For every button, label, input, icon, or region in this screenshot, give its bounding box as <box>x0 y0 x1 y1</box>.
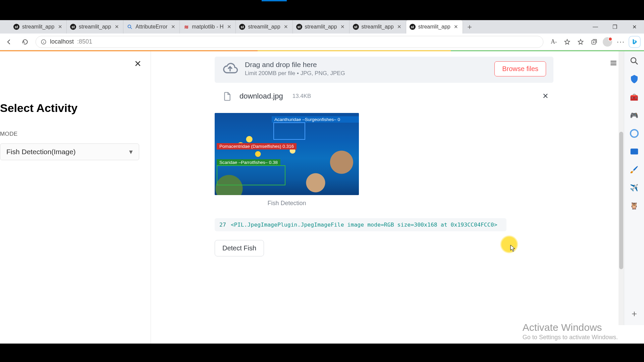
uploader-hint: Limit 200MB per file • JPG, PNG, JPEG <box>245 70 488 77</box>
detection-label-c: Scaridae –Parrotfishes– 0.38 <box>217 159 280 166</box>
streamlit-favicon: st <box>353 24 359 30</box>
tab-5[interactable]: st streamlit_app ✕ <box>293 20 350 34</box>
svg-point-13 <box>631 58 636 63</box>
add-sidebar-icon[interactable]: ＋ <box>629 308 639 318</box>
tab-2[interactable]: AttributeError ✕ <box>123 20 180 34</box>
tab-label: streamlit_app <box>305 24 337 30</box>
new-tab-button[interactable]: ＋ <box>463 20 476 34</box>
file-uploader[interactable]: Drag and drop file here Limit 200MB per … <box>215 57 553 83</box>
debug-number: 27 <box>219 222 226 228</box>
bing-sidebar-button[interactable] <box>629 36 641 48</box>
sidebar-title: Select Activity <box>0 102 151 115</box>
microsoft-icon[interactable] <box>629 128 639 138</box>
svg-line-14 <box>635 62 637 64</box>
tab-label: streamlit_app <box>79 24 111 30</box>
close-tab-icon[interactable]: ✕ <box>283 24 289 30</box>
tools-icon[interactable]: 🧰 <box>629 92 639 102</box>
close-tab-icon[interactable]: ✕ <box>57 24 63 30</box>
drop-icon[interactable]: ✈️ <box>629 183 639 193</box>
close-tab-icon[interactable]: ✕ <box>340 24 346 30</box>
tab-label: AttributeError <box>136 24 167 30</box>
detection-box-c <box>217 165 285 185</box>
url-input[interactable]: localhost:8501 <box>36 36 543 48</box>
cloud-upload-icon <box>222 61 238 77</box>
shopping-icon[interactable] <box>629 74 639 84</box>
svg-rect-16 <box>630 148 638 155</box>
debug-output: 27 <PIL.JpegImagePlugin.JpegImageFile im… <box>215 218 506 231</box>
close-tab-icon[interactable]: ✕ <box>396 24 402 30</box>
detection-box-a <box>273 122 305 140</box>
collections-icon[interactable] <box>588 36 600 48</box>
search-icon[interactable] <box>629 56 639 66</box>
more-menu-button[interactable]: ··· <box>615 36 627 48</box>
uploader-text: Drag and drop file here <box>245 61 488 69</box>
detection-label-b: Pomacentridae (Damselfishes) 0.316 <box>217 143 297 149</box>
url-path: :8501 <box>77 38 92 45</box>
tab-label: streamlit_app <box>362 24 394 30</box>
tab-3[interactable]: ≋ matplotlib - H ✕ <box>180 20 236 34</box>
mode-label: MODE <box>0 131 151 137</box>
image-create-icon[interactable]: 🖌️ <box>629 165 639 175</box>
streamlit-favicon: st <box>410 24 416 30</box>
cursor-highlight <box>500 235 519 254</box>
streamlit-favicon: st <box>13 24 19 30</box>
detect-fish-button[interactable]: Detect Fish <box>215 240 264 256</box>
tab-label: matplotlib - H <box>192 24 223 30</box>
site-info-icon <box>41 39 47 45</box>
debug-text: <PIL.JpegImagePlugin.JpegImageFile image… <box>231 222 497 228</box>
duolingo-icon[interactable]: 🦉 <box>629 201 639 211</box>
vertical-scrollbar[interactable] <box>619 51 624 325</box>
browser-tabstrip: st streamlit_app ✕ st streamlit_app ✕ At… <box>0 20 644 34</box>
tab-0[interactable]: st streamlit_app ✕ <box>10 20 67 34</box>
avatar-icon <box>603 37 612 47</box>
tab-4[interactable]: st streamlit_app ✕ <box>236 20 292 34</box>
collapse-sidebar-button[interactable]: ✕ <box>134 59 142 69</box>
url-host: localhost <box>50 38 74 45</box>
file-icon <box>222 90 232 102</box>
window-minimize-button[interactable]: ― <box>586 20 605 34</box>
window-close-button[interactable]: ✕ <box>625 20 644 34</box>
edge-sidebar: 🧰 🎮 🖌️ ✈️ 🦉 ＋ <box>624 51 644 325</box>
svg-point-15 <box>630 130 638 137</box>
image-caption: Fish Detection <box>215 200 359 207</box>
tab-label: streamlit_app <box>418 24 450 30</box>
streamlit-favicon: st <box>296 24 302 30</box>
uploaded-file-row: download.jpg 13.4KB ✕ <box>215 83 553 106</box>
remove-file-button[interactable]: ✕ <box>541 92 550 101</box>
mode-select-value: Fish Detection(Image) <box>6 148 76 156</box>
close-tab-icon[interactable]: ✕ <box>114 24 120 30</box>
file-size: 13.4KB <box>292 93 311 100</box>
close-tab-icon[interactable]: ✕ <box>170 24 176 30</box>
profile-button[interactable] <box>602 36 613 48</box>
file-name: download.jpg <box>239 92 283 101</box>
search-favicon <box>127 24 133 30</box>
address-bar-row: localhost:8501 A» ··· <box>0 34 644 50</box>
mode-select[interactable]: Fish Detection(Image) ▾ <box>0 143 139 160</box>
close-tab-icon[interactable]: ✕ <box>226 24 232 30</box>
svg-marker-6 <box>578 39 583 44</box>
games-icon[interactable]: 🎮 <box>629 110 639 120</box>
tab-1[interactable]: st streamlit_app ✕ <box>67 20 123 34</box>
tab-7-active[interactable]: st streamlit_app ✕ <box>406 20 463 34</box>
back-button[interactable] <box>3 36 15 48</box>
app-menu-button[interactable] <box>609 59 618 69</box>
image-preview: Acanthuridae –Surgeonfishes– 0 Pomacentr… <box>215 113 359 207</box>
svg-line-1 <box>130 27 132 29</box>
svg-marker-5 <box>565 39 570 44</box>
svg-point-0 <box>128 25 131 28</box>
favorite-sparkle-icon[interactable] <box>561 36 573 48</box>
browse-files-button[interactable]: Browse files <box>494 61 546 76</box>
window-maximize-button[interactable]: ❐ <box>605 20 625 34</box>
tab-label: streamlit_app <box>248 24 280 30</box>
close-tab-icon[interactable]: ✕ <box>453 24 459 30</box>
streamlit-main: Drag and drop file here Limit 200MB per … <box>151 51 624 344</box>
outlook-icon[interactable] <box>629 146 639 157</box>
detection-image: Acanthuridae –Surgeonfishes– 0 Pomacentr… <box>215 113 359 195</box>
streamlit-sidebar: ✕ Select Activity MODE Fish Detection(Im… <box>0 51 151 344</box>
tab-6[interactable]: st streamlit_app ✕ <box>350 20 406 34</box>
streamlit-favicon: st <box>70 24 76 30</box>
read-aloud-icon[interactable]: A» <box>548 36 559 48</box>
favorite-icon[interactable] <box>575 36 586 48</box>
refresh-button[interactable] <box>19 36 31 48</box>
tab-label: streamlit_app <box>22 24 54 30</box>
